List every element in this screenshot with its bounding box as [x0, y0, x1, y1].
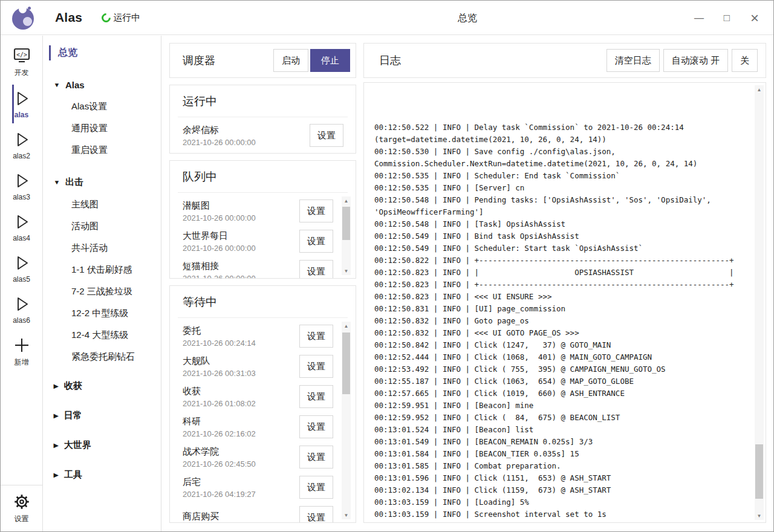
log-line: 00:13:01.524 | INFO | [Beacon] list: [374, 424, 750, 436]
scrollbar-thumb[interactable]: [342, 207, 350, 240]
menu-entry[interactable]: 12-4 大型练级: [43, 325, 161, 346]
menu-entry-label: 共斗活动: [71, 242, 108, 254]
log-line: 00:13:01.584 | INFO | [BEACON_TIER 0.035…: [374, 448, 750, 460]
rail-item-label: alas6: [13, 316, 30, 325]
code-monitor-icon: </>: [12, 45, 31, 66]
log-line: 00:12:50.530 | INFO | Save config ./conf…: [374, 146, 750, 170]
close-icon[interactable]: ×: [741, 1, 769, 35]
rail-item-instance[interactable]: alas2: [12, 125, 31, 166]
task-info: 余烬信标 2021-10-26 00:00:00: [183, 125, 310, 147]
rail-item-add[interactable]: 新增: [1, 330, 42, 373]
menu-entry[interactable]: 活动图: [43, 216, 161, 237]
task-info: 委托 2021-10-26 00:24:14: [183, 325, 299, 348]
menu-entry-label: 紧急委托刷钻石: [71, 351, 135, 363]
task-info: 大舰队 2021-10-26 00:31:03: [183, 355, 299, 378]
scroll-up-icon[interactable]: ▲: [755, 85, 764, 94]
running-card-title: 运行中: [178, 85, 348, 117]
menu-entry[interactable]: 通用设置: [43, 118, 161, 139]
rail-item-instance[interactable]: alas: [12, 83, 31, 125]
log-line: 00:12:53.492 | INFO | Click ( 755, 395) …: [374, 363, 750, 375]
clear-log-button[interactable]: 清空日志: [607, 49, 660, 72]
scrollbar[interactable]: ▲ ▼: [342, 196, 351, 275]
play-icon: [12, 129, 31, 150]
rail-item-instance[interactable]: alas5: [12, 248, 31, 289]
rail-item-instance[interactable]: alas4: [12, 207, 31, 248]
log-line: 00:12:50.535 | INFO | Scheduler: End tas…: [374, 170, 750, 182]
play-icon: [12, 253, 31, 273]
menu-entry[interactable]: 紧急委托刷钻石: [43, 346, 161, 368]
task-setting-button[interactable]: 设置: [299, 230, 333, 253]
window-controls: — □ ×: [685, 1, 769, 35]
log-header: 日志 清空日志 自动滚动 开 关: [363, 43, 766, 78]
task-setting-button[interactable]: 设置: [310, 124, 343, 147]
task-setting-button[interactable]: 设置: [299, 476, 333, 499]
task-setting-button[interactable]: 设置: [299, 260, 333, 278]
scroll-up-icon[interactable]: ▲: [342, 322, 351, 330]
autoscroll-on-button[interactable]: 自动滚动 开: [663, 49, 728, 72]
task-setting-button[interactable]: 设置: [299, 199, 333, 222]
task-setting-button[interactable]: 设置: [299, 355, 333, 378]
task-setting-button[interactable]: 设置: [299, 385, 333, 408]
log-panel: 00:12:50.522 | INFO | Delay task `Commis…: [363, 82, 766, 523]
menu-entry[interactable]: ▶ 工具: [43, 464, 161, 486]
task-row: 商店购买 设置: [183, 502, 356, 522]
task-setting-button[interactable]: 设置: [299, 506, 333, 522]
log-line: 00:13:03.159 | INFO | [Loading] 5%: [374, 496, 750, 508]
scrollbar-thumb[interactable]: [342, 332, 350, 394]
rail-item-dev[interactable]: </> 开发: [1, 41, 42, 83]
gear-icon: [13, 491, 31, 512]
menu-item-overview[interactable]: 总览: [43, 42, 161, 64]
log-line: 00:12:59.951 | INFO | [Beacon] mine: [374, 400, 750, 412]
maximize-icon[interactable]: □: [713, 1, 741, 35]
scroll-down-icon[interactable]: ▼: [342, 267, 351, 275]
menu-entry-label: 工具: [64, 469, 82, 481]
scroll-down-icon[interactable]: ▼: [342, 511, 351, 519]
rail-item-instance[interactable]: alas3: [12, 166, 31, 207]
menu-entry[interactable]: 重启设置: [43, 140, 161, 161]
menu-entry[interactable]: 主线图: [43, 194, 161, 215]
page-title: 总览: [161, 1, 773, 35]
start-button[interactable]: 启动: [273, 49, 308, 72]
menu-entry[interactable]: ▶ 收获: [43, 375, 161, 397]
menu-entry[interactable]: 12-2 中型练级: [43, 303, 161, 324]
log-line: 00:12:57.665 | INFO | Click (1019, 660) …: [374, 388, 750, 400]
minimize-icon[interactable]: —: [685, 1, 713, 35]
autoscroll-off-button[interactable]: 关: [732, 49, 758, 72]
menu-entry-label: 通用设置: [71, 123, 108, 134]
section-arrow-icon: ▶: [54, 472, 59, 478]
scrollbar[interactable]: ▲ ▼: [342, 322, 351, 519]
menu-entry[interactable]: ▶ 日常: [43, 404, 161, 427]
scroll-down-icon[interactable]: ▼: [755, 511, 764, 520]
task-info: 收获 2021-10-26 01:08:02: [183, 386, 299, 408]
task-setting-button[interactable]: 设置: [299, 446, 333, 469]
app-title: Alas: [55, 10, 82, 25]
menu-entry[interactable]: Alas设置: [43, 96, 161, 117]
menu-entry[interactable]: ▼ 出击: [43, 171, 161, 193]
scroll-up-icon[interactable]: ▲: [342, 196, 351, 205]
scheduler-header: 调度器 启动 停止: [169, 43, 356, 78]
task-row: 科研 2021-10-26 02:16:02 设置: [183, 412, 356, 442]
menu-entry[interactable]: 1-1 伏击刷好感: [43, 259, 161, 281]
rail-item-label: alas5: [13, 275, 30, 284]
rail-item-instance[interactable]: alas6: [12, 289, 31, 330]
scheduler-title: 调度器: [183, 53, 273, 68]
menu-entry[interactable]: 共斗活动: [43, 238, 161, 259]
menu-entry[interactable]: 7-2 三战捡垃圾: [43, 281, 161, 302]
menu-entry[interactable]: ▼ Alas: [43, 74, 161, 96]
rail-item-settings[interactable]: 设置: [1, 485, 42, 531]
stop-button[interactable]: 停止: [310, 49, 350, 72]
menu-entries: ▼ Alas Alas设置 通用设置 重启设置: [43, 74, 161, 486]
task-setting-button[interactable]: 设置: [299, 415, 333, 438]
task-row: 大舰队 2021-10-26 00:31:03 设置: [183, 351, 356, 381]
instance-list: alas alas2 alas3: [12, 83, 31, 330]
app-window: Alas 运行中 总览 — □ × </> 开发 ala: [0, 0, 774, 532]
menu-entry-label: Alas设置: [71, 101, 107, 112]
task-setting-button[interactable]: 设置: [299, 325, 333, 348]
menu-entry[interactable]: ▶ 大世界: [43, 434, 161, 456]
menu-entry-label: 7-2 三战捡垃圾: [71, 286, 132, 297]
task-name: 大世界每日: [183, 230, 299, 242]
task-name: 战术学院: [183, 446, 299, 458]
scrollbar[interactable]: ▲ ▼: [755, 85, 764, 520]
menu-entry-label: 重启设置: [71, 144, 108, 156]
scrollbar-thumb[interactable]: [755, 444, 763, 499]
